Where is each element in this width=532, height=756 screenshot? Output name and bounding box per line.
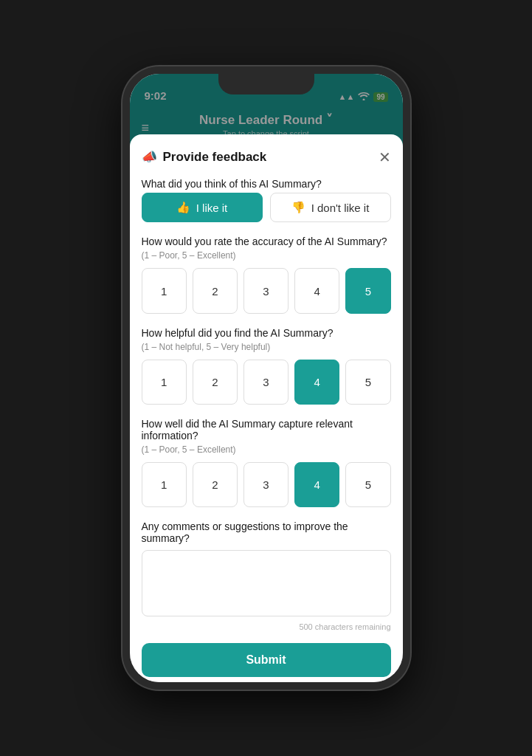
- like-buttons-row: 👍 I like it 👎 I don't like it: [142, 193, 391, 222]
- like-button[interactable]: 👍 I like it: [142, 193, 263, 222]
- q2-sublabel: (1 – Poor, 5 – Excellent): [142, 250, 391, 261]
- q3-rating-2[interactable]: 2: [193, 360, 238, 405]
- dislike-button[interactable]: 👎 I don't like it: [270, 193, 391, 222]
- q4-rating-row: 1 2 3 4 5: [142, 462, 391, 507]
- q4-rating-3[interactable]: 3: [243, 462, 289, 507]
- q2-rating-5[interactable]: 5: [345, 268, 390, 313]
- q2-rating-1[interactable]: 1: [142, 268, 187, 313]
- q3-sublabel: (1 – Not helpful, 5 – Very helpful): [142, 342, 391, 352]
- q1-label: What did you think of this AI Summary?: [142, 178, 391, 190]
- q3-rating-5[interactable]: 5: [345, 360, 390, 405]
- q2-rating-2[interactable]: 2: [193, 268, 238, 313]
- modal-header: 📣 Provide feedback ✕: [142, 149, 391, 165]
- q2-label: How would you rate the accuracy of the A…: [142, 236, 391, 247]
- q2-section: How would you rate the accuracy of the A…: [142, 236, 391, 313]
- q3-label: How helpful did you find the AI Summary?: [142, 327, 391, 339]
- megaphone-icon: 📣: [142, 149, 157, 165]
- q4-rating-4[interactable]: 4: [294, 462, 339, 507]
- q2-rating-row: 1 2 3 4 5: [142, 268, 391, 313]
- q2-rating-4[interactable]: 4: [294, 268, 339, 313]
- char-remaining: 500 characters remaining: [142, 622, 391, 631]
- q5-section: Any comments or suggestions to improve t…: [142, 520, 391, 631]
- q4-rating-5[interactable]: 5: [345, 462, 390, 507]
- thumbs-down-icon: 👎: [291, 201, 305, 214]
- q4-label: How well did the AI Summary capture rele…: [142, 418, 391, 441]
- phone-frame: 9:02 ▲▲ 99 ≡ Nurse Leader Round ˅ Tap to…: [122, 66, 410, 690]
- thumbs-up-icon: 👍: [176, 201, 190, 214]
- feedback-modal: 📣 Provide feedback ✕ What did you think …: [130, 134, 403, 682]
- q3-rating-3[interactable]: 3: [243, 360, 289, 405]
- submit-button[interactable]: Submit: [142, 643, 391, 677]
- close-button[interactable]: ✕: [379, 150, 391, 165]
- modal-title: 📣 Provide feedback: [142, 149, 267, 165]
- q4-rating-1[interactable]: 1: [142, 462, 187, 507]
- q4-sublabel: (1 – Poor, 5 – Excellent): [142, 444, 391, 455]
- modal-overlay: 📣 Provide feedback ✕ What did you think …: [130, 74, 403, 682]
- q4-rating-2[interactable]: 2: [193, 462, 238, 507]
- comment-textarea[interactable]: [142, 550, 391, 616]
- q3-rating-row: 1 2 3 4 5: [142, 360, 391, 405]
- q2-rating-3[interactable]: 3: [243, 268, 289, 313]
- q3-rating-4[interactable]: 4: [294, 360, 339, 405]
- q4-section: How well did the AI Summary capture rele…: [142, 418, 391, 507]
- q3-rating-1[interactable]: 1: [142, 360, 187, 405]
- q5-label: Any comments or suggestions to improve t…: [142, 520, 391, 544]
- q1-section: What did you think of this AI Summary? 👍…: [142, 178, 391, 222]
- q3-section: How helpful did you find the AI Summary?…: [142, 327, 391, 405]
